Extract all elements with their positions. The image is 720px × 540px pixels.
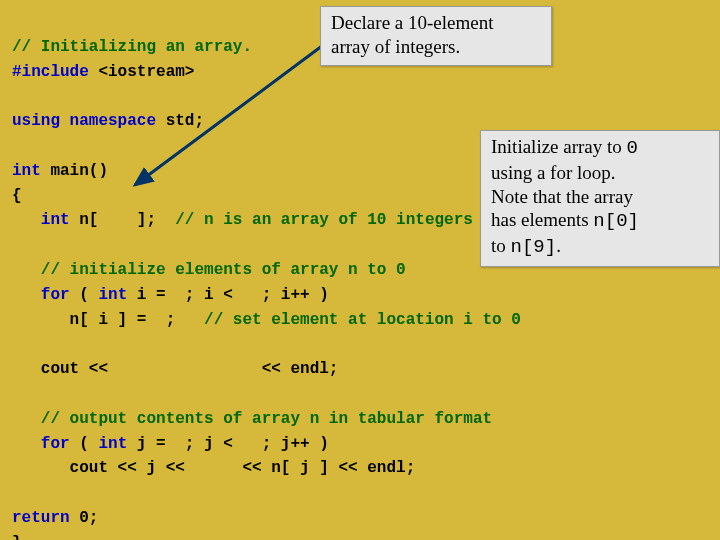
code-text: cout << j << << n[ j ] << endl; (12, 459, 415, 477)
callout-text: to (491, 235, 511, 256)
callout-text: Initialize array to (491, 136, 627, 157)
code-kw: int (98, 435, 127, 453)
code-comment: // output contents of array n in tabular… (12, 410, 492, 428)
code-text: ( (70, 435, 99, 453)
code-text: j = ; j < ; j++ ) (127, 435, 329, 453)
callout-code: n[0] (593, 210, 639, 232)
code-text: std; (156, 112, 204, 130)
callout-text: Note that the array (491, 186, 633, 207)
code-kw: using namespace (12, 112, 156, 130)
callout-text: . (556, 235, 561, 256)
callout-text: array of integers. (331, 36, 460, 57)
code-text: 0; (70, 509, 99, 527)
callout-text: has elements (491, 209, 593, 230)
code-text: n[ i ] = ; (12, 311, 204, 329)
code-comment: // initialize elements of array n to 0 (12, 261, 406, 279)
code-block: // Initializing an array. #include <iost… (0, 0, 720, 540)
callout-code: n[9] (511, 236, 557, 258)
code-text: { (12, 187, 22, 205)
code-kw: int (12, 162, 41, 180)
callout-text: Declare a 10-element (331, 12, 493, 33)
code-text: } (12, 534, 22, 540)
code-text: ( (70, 286, 99, 304)
code-line: // Initializing an array. (12, 38, 252, 56)
code-kw: #include (12, 63, 89, 81)
code-text: <iostream> (89, 63, 195, 81)
callout-text: using a for loop. (491, 162, 616, 183)
callout-code: 0 (627, 137, 638, 159)
code-kw: int (12, 211, 70, 229)
code-text: cout << << endl; (12, 360, 338, 378)
code-kw: for (12, 286, 70, 304)
code-text: main() (41, 162, 108, 180)
code-comment: // set element at location i to 0 (204, 311, 521, 329)
code-kw: int (98, 286, 127, 304)
callout-initialize-loop: Initialize array to 0 using a for loop. … (480, 130, 720, 267)
code-kw: return (12, 509, 70, 527)
code-text: n[ ]; (70, 211, 176, 229)
code-kw: for (12, 435, 70, 453)
callout-declare-array: Declare a 10-element array of integers. (320, 6, 552, 66)
code-comment: // n is an array of 10 integers (175, 211, 473, 229)
code-text: i = ; i < ; i++ ) (127, 286, 329, 304)
